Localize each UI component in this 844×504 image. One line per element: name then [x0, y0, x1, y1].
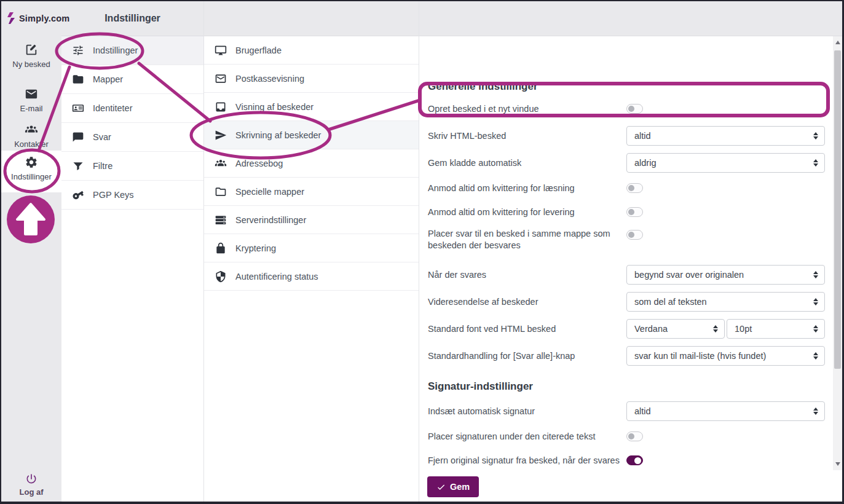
toggle-kvittering-laesning[interactable]	[626, 183, 643, 193]
settings-nav-indstillinger[interactable]: Indstillinger	[61, 36, 203, 65]
sidebar-item-indstillinger[interactable]: Indstillinger	[1, 151, 61, 192]
nav-label: Autentificering status	[235, 272, 318, 282]
funnel-icon	[72, 160, 84, 172]
select-arrows-icon	[813, 325, 818, 333]
settings-nav-identiteter[interactable]: Identiteter	[61, 94, 203, 123]
select-naar-der-svares[interactable]: begynd svar over originalen	[626, 265, 825, 285]
setting-label: Fjern original signatur fra besked, når …	[428, 455, 637, 467]
sidebar-item-ny-besked[interactable]: Ny besked	[1, 38, 61, 74]
select-value: som del af teksten	[634, 297, 810, 307]
toggle-placer-svar-samme-mappe[interactable]	[626, 230, 643, 240]
section-brugerflade[interactable]: Brugerflade	[204, 36, 419, 65]
sections-nav-panel: Brugerflade Postkassevisning Visning af …	[204, 1, 419, 502]
section-postkassevisning[interactable]: Postkassevisning	[204, 65, 419, 93]
nav-label: Brugerflade	[235, 45, 282, 55]
select-svar-alle-knap[interactable]: svar kun til mail-liste (hvis fundet)	[626, 346, 825, 366]
select-value: aldrig	[634, 158, 810, 168]
form-footer: Gem	[419, 467, 842, 502]
nav-label: Skrivning af beskeder	[235, 130, 321, 140]
setting-row: Standardhandling for [Svar alle]-knap sv…	[428, 346, 813, 366]
toggle-signatur-under-citeret[interactable]	[626, 431, 643, 441]
settings-nav-pgp-keys[interactable]: PGP Keys	[61, 181, 203, 210]
toggle-kvittering-levering[interactable]	[626, 207, 643, 217]
setting-row: Indsæt automatisk signatur altid	[428, 401, 813, 421]
setting-row-highlighted: Skriv HTML-besked altid	[428, 126, 813, 146]
setting-label: Anmod altid om kvittering for læsning	[428, 183, 626, 194]
section-autentificering-status[interactable]: Autentificering status	[204, 262, 419, 291]
setting-row: Når der svares begynd svar over original…	[428, 265, 813, 285]
speech-bubble-icon	[72, 131, 84, 143]
select-arrows-icon	[813, 271, 818, 278]
logout-label: Log af	[20, 487, 44, 497]
select-value: 10pt	[735, 324, 810, 334]
folder-outline-icon	[215, 186, 227, 198]
save-label: Gem	[450, 482, 470, 492]
settings-nav-panel: Indstillinger Indstillinger Mapper Ident…	[61, 1, 204, 502]
section-visning-af-beskeder[interactable]: Visning af beskeder	[204, 93, 419, 121]
select-skriv-html-besked[interactable]: altid	[626, 126, 825, 146]
setting-label: Skriv HTML-besked	[428, 130, 626, 142]
folder-icon	[72, 73, 84, 85]
section-kryptering[interactable]: Kryptering	[204, 234, 419, 262]
settings-nav-svar[interactable]: Svar	[61, 123, 203, 152]
select-arrows-icon	[813, 132, 818, 140]
sidebar-item-label: Indstillinger	[11, 172, 52, 181]
sidebar-item-label: E-mail	[20, 104, 43, 113]
select-font-size[interactable]: 10pt	[727, 319, 825, 339]
nav-label: Indstillinger	[93, 45, 138, 55]
vertical-scrollbar[interactable]	[833, 36, 842, 470]
setting-row: Videresendelse af beskeder som del af te…	[428, 292, 813, 312]
setting-row: Gem kladde automatisk aldrig	[428, 153, 813, 173]
compose-icon	[25, 43, 38, 57]
brand-name: Simply.com	[19, 14, 69, 23]
sidebar-item-kontakter[interactable]: Kontakter	[1, 118, 61, 154]
section-heading-signature: Signatur-indstillinger	[428, 380, 533, 393]
people-icon	[25, 123, 38, 136]
select-indsaet-signatur[interactable]: altid	[626, 401, 825, 421]
page-title: Indstillinger	[105, 13, 160, 24]
select-videresendelse[interactable]: som del af teksten	[626, 292, 825, 312]
toggle-fjern-original-signatur[interactable]	[626, 455, 643, 465]
main-header	[419, 1, 842, 36]
select-value: svar kun til mail-liste (hvis fundet)	[634, 351, 810, 361]
logout-button[interactable]: Log af	[1, 473, 61, 497]
sidebar-item-email[interactable]: E-mail	[1, 82, 61, 118]
setting-row: Placer svar til en besked i samme mappe …	[428, 228, 813, 256]
app-window: Simply.com Ny besked E-mail Kontakter In…	[0, 0, 844, 504]
nav-label: Identiteter	[93, 103, 133, 113]
nav-label: Serverindstillinger	[235, 215, 306, 225]
setting-label: Standardhandling for [Svar alle]-knap	[428, 350, 626, 362]
settings-nav-mapper[interactable]: Mapper	[61, 65, 203, 94]
paper-plane-icon	[215, 129, 227, 141]
gear-icon	[25, 156, 38, 169]
nav-label: Visning af beskeder	[235, 102, 314, 112]
settings-nav-filtre[interactable]: Filtre	[61, 152, 203, 181]
setting-label: Videresendelse af beskeder	[428, 296, 626, 308]
setting-label: Opret besked i et nyt vindue	[428, 103, 626, 115]
section-serverindstillinger[interactable]: Serverindstillinger	[204, 206, 419, 234]
nav-label: Svar	[93, 132, 111, 142]
select-standard-font[interactable]: Verdana	[626, 319, 725, 339]
envelope-outline-icon	[215, 73, 227, 85]
select-gem-kladde[interactable]: aldrig	[626, 153, 825, 173]
tune-icon	[72, 44, 84, 57]
select-arrows-icon	[713, 325, 718, 333]
inbox-icon	[215, 101, 227, 113]
nav-label: Filtre	[93, 161, 112, 171]
select-arrows-icon	[813, 352, 818, 360]
settings-header: Indstillinger	[61, 1, 203, 36]
scroll-down-icon[interactable]	[833, 459, 842, 469]
setting-label: Anmod altid om kvittering for levering	[428, 207, 626, 218]
toggle-opret-besked-nyt-vindue[interactable]	[626, 104, 643, 114]
scrollbar-thumb[interactable]	[834, 50, 841, 369]
lightning-icon	[6, 12, 16, 24]
section-specielle-mapper[interactable]: Specielle mapper	[204, 178, 419, 206]
setting-label: Indsæt automatisk signatur	[428, 406, 626, 417]
section-skrivning-af-beskeder[interactable]: Skrivning af beskeder	[204, 121, 419, 149]
select-value: altid	[634, 406, 810, 416]
section-heading-general: Generelle indstillinger	[428, 81, 538, 93]
scroll-up-icon[interactable]	[833, 37, 842, 47]
section-adressebog[interactable]: Adressebog	[204, 149, 419, 178]
save-button[interactable]: Gem	[427, 476, 479, 497]
brand-logo[interactable]: Simply.com	[6, 12, 69, 24]
